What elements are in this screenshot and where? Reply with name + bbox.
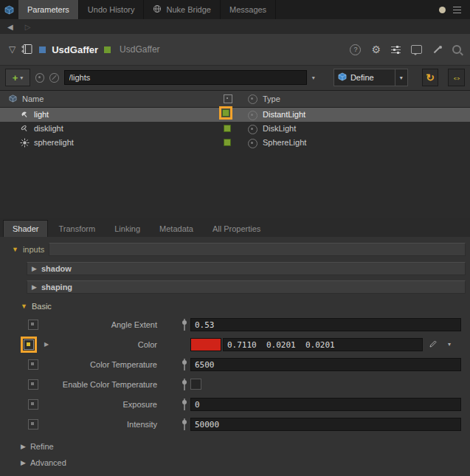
tab-messages[interactable]: Messages (221, 0, 276, 19)
add-location-button[interactable]: + ▾ (5, 69, 30, 86)
help-icon[interactable]: ? (350, 44, 361, 55)
visibility-toggle-icon[interactable] (248, 139, 258, 148)
color-swatch[interactable] (190, 338, 221, 351)
tabbar-right-icons (439, 0, 470, 19)
param-label: Intensity (47, 420, 157, 429)
table-row-light[interactable]: light DistantLight (0, 108, 470, 122)
table-row-spherelight[interactable]: spherelight SphereLight (0, 136, 470, 150)
enable-column-icon[interactable] (224, 94, 232, 103)
tab-label: Undo History (88, 5, 135, 14)
enabled-badge[interactable] (224, 125, 231, 132)
node-enabled-badge[interactable] (104, 46, 111, 53)
param-label: Angle Extent (47, 320, 157, 329)
param-row-exposure: Exposure (0, 396, 470, 413)
color-picker-pencil-icon[interactable] (429, 339, 438, 350)
group-advanced[interactable]: ▶ Advanced (21, 457, 470, 469)
expand-triangle-icon[interactable]: ▶ (21, 443, 26, 450)
comment-bubble-icon[interactable] (411, 45, 422, 54)
tab-label: Shader (13, 224, 38, 233)
tab-all-properties[interactable]: All Properties (204, 221, 269, 237)
record-dot-icon[interactable] (439, 7, 446, 13)
tab-shader[interactable]: Shader (3, 220, 48, 237)
local-value-badge[interactable] (24, 339, 34, 350)
tab-metadata[interactable]: Metadata (151, 221, 202, 237)
enabled-badge[interactable] (222, 109, 229, 117)
param-row-angle-extent: Angle Extent (0, 317, 470, 333)
group-basic[interactable]: ▼ Basic (21, 300, 466, 313)
globe-icon (153, 4, 162, 15)
table-row-disklight[interactable]: disklight DiskLight (0, 122, 470, 136)
param-state-badge[interactable] (28, 399, 38, 410)
collapse-triangle-icon[interactable]: ▼ (12, 246, 18, 253)
param-row-intensity: Intensity (0, 416, 470, 432)
gear-icon[interactable]: ⚙ (371, 44, 381, 55)
intensity-input[interactable] (190, 418, 461, 431)
visibility-toggle-icon[interactable] (248, 125, 258, 134)
sync-toggle-icon[interactable] (49, 73, 58, 83)
enable-color-temperature-checkbox[interactable] (190, 379, 201, 390)
group-label: Advanced (30, 458, 66, 467)
group-shadow[interactable]: ▶ shadow (27, 262, 466, 275)
group-inputs[interactable]: ▼ inputs (12, 243, 466, 256)
expand-triangle-icon[interactable]: ▶ (21, 459, 26, 466)
refresh-button[interactable]: ↻ (422, 69, 439, 86)
light-type: DiskLight (263, 124, 296, 133)
visibility-toggle-icon[interactable] (248, 111, 258, 120)
light-name: spherelight (34, 138, 74, 147)
node-collapse-icon[interactable]: ▽ (9, 44, 15, 55)
value-state-widget[interactable] (182, 399, 187, 410)
color-values-input[interactable] (223, 338, 423, 351)
param-state-badge[interactable] (28, 379, 38, 390)
light-type: SphereLight (263, 138, 306, 147)
enabled-badge[interactable] (224, 139, 231, 146)
top-tab-bar: Parameters Undo History Nuke Bridge Mess… (0, 0, 470, 19)
forward-arrow-icon[interactable]: ▷ (25, 23, 31, 31)
back-arrow-icon[interactable]: ◀ (7, 23, 13, 31)
define-cube-icon (338, 72, 347, 83)
name-column-header[interactable]: Name (22, 94, 44, 103)
search-icon[interactable] (452, 45, 461, 54)
define-dropdown-arrow[interactable]: ▾ (395, 69, 407, 86)
shader-parameters: ▼ inputs ▶ shadow ▶ shaping ▼ Basic Angl… (0, 237, 470, 476)
disk-light-icon (20, 124, 30, 135)
watch-toggle-icon[interactable] (35, 73, 44, 83)
group-header-bar: ▶ shaping (27, 280, 466, 294)
param-state-badge[interactable] (28, 320, 38, 330)
node-title: UsdGaffer (52, 44, 98, 55)
exposure-input[interactable] (190, 398, 461, 411)
define-dropdown[interactable]: Define ▾ (334, 69, 408, 86)
tab-transform[interactable]: Transform (49, 221, 104, 237)
visibility-column-icon[interactable] (248, 94, 258, 104)
value-state-widget[interactable] (182, 359, 187, 370)
param-state-badge[interactable] (28, 419, 38, 430)
angle-extent-input[interactable] (190, 318, 461, 331)
expand-collapse-button[interactable]: ⇔ (448, 69, 465, 86)
double-arrow-icon: ⇔ (452, 72, 461, 83)
color-temperature-input[interactable] (190, 358, 461, 371)
sphere-light-icon (20, 138, 30, 149)
color-options-dropdown-icon[interactable]: ▾ (448, 341, 451, 348)
node-subtitle: UsdGaffer (120, 44, 159, 55)
path-dropdown-icon[interactable]: ▾ (312, 75, 315, 81)
panel-menu-icon[interactable] (453, 7, 461, 13)
tab-undo-history[interactable]: Undo History (79, 0, 145, 19)
group-shaping[interactable]: ▶ shaping (27, 280, 466, 294)
table-header: Name Type (0, 91, 470, 108)
value-state-widget[interactable] (182, 379, 187, 390)
tab-parameters[interactable]: Parameters (18, 0, 79, 19)
tab-linking[interactable]: Linking (106, 221, 149, 237)
expand-triangle-icon[interactable]: ▶ (32, 283, 37, 291)
pin-wand-icon[interactable] (432, 45, 442, 55)
expand-triangle-icon[interactable]: ▶ (32, 265, 37, 272)
param-state-badge[interactable] (28, 359, 38, 370)
refresh-icon: ↻ (426, 72, 435, 83)
type-column-header[interactable]: Type (263, 94, 280, 103)
scene-path-input[interactable] (64, 70, 307, 85)
group-refine[interactable]: ▶ Refine (21, 441, 470, 452)
value-state-widget[interactable] (182, 319, 187, 331)
tab-nuke-bridge[interactable]: Nuke Bridge (144, 0, 221, 19)
collapse-triangle-icon[interactable]: ▼ (21, 303, 27, 310)
value-state-widget[interactable] (182, 418, 187, 430)
sliders-icon[interactable] (391, 46, 401, 54)
tab-label: Parameters (27, 5, 69, 14)
